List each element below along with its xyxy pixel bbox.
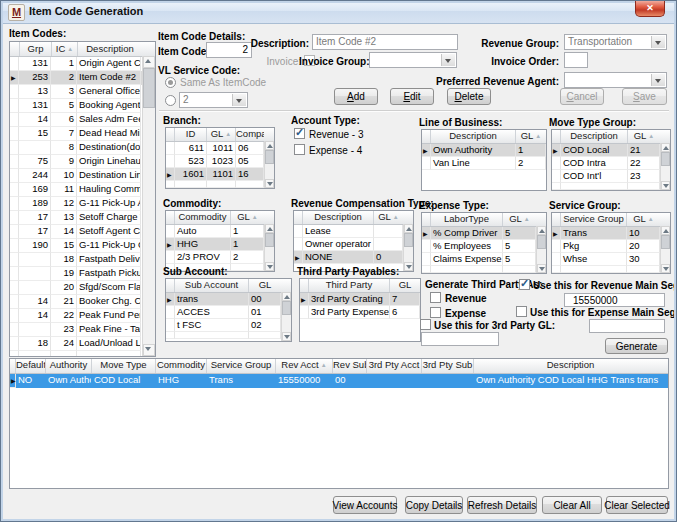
revenue-compensation-row[interactable]: Lease <box>294 225 413 238</box>
scroll-up-icon[interactable] <box>404 224 413 233</box>
revenue-compensation-row[interactable]: NONE 0 <box>294 251 413 264</box>
item-code-row[interactable]: 253 2 Item Code #2 <box>10 71 155 85</box>
dropdown-arrow-icon[interactable] <box>651 36 665 48</box>
move-type-group-row[interactable]: COD Int'l 23 <box>552 170 670 183</box>
scrollbar-thumb[interactable] <box>282 301 291 315</box>
title-bar[interactable]: M Item Code Generation <box>1 1 676 24</box>
refresh-details-button[interactable]: Refresh Details <box>467 496 537 514</box>
expense-type-scrollbar[interactable] <box>536 226 546 273</box>
branch-row[interactable]: 523 1023 05 <box>166 155 274 168</box>
column-header-description[interactable]: Description <box>561 130 628 143</box>
item-code-row[interactable]: 17 14 Setoff Agent Com <box>10 225 155 239</box>
item-code-row[interactable]: 17 13 Setoff Charge To <box>10 211 155 225</box>
column-header-move-type[interactable]: Move Type <box>92 359 156 373</box>
expense-type-row[interactable]: % Employees 5 <box>422 240 546 253</box>
item-code-row[interactable]: 14 6 Sales Adm Fee <box>10 113 155 127</box>
scrollbar-thumb[interactable] <box>404 233 413 247</box>
save-button[interactable]: Save <box>622 88 667 105</box>
commodity-row[interactable]: HHG 1 <box>166 238 274 251</box>
expense-4-checkbox[interactable] <box>294 144 305 155</box>
generate-revenue-checkbox[interactable] <box>430 292 441 303</box>
invoice-order-input[interactable] <box>564 52 588 68</box>
revenue-group-dropdown[interactable]: Transportation <box>564 34 667 50</box>
use-revenue-main-segment-checkbox[interactable] <box>519 279 530 290</box>
move-type-group-scrollbar[interactable] <box>660 143 670 190</box>
copy-details-button[interactable]: Copy Details <box>405 496 463 514</box>
expense-type-row[interactable]: Claims Expense 5 <box>422 253 546 266</box>
scroll-down-icon[interactable] <box>661 264 670 273</box>
move-type-group-row[interactable] <box>552 183 670 190</box>
column-header-gl[interactable]: GL <box>628 130 660 143</box>
column-header-labortype[interactable]: LaborType <box>431 213 503 226</box>
scrollbar-thumb[interactable] <box>265 150 274 164</box>
item-code-row[interactable]: 189 12 G-11 Pick-Up Ag <box>10 197 155 211</box>
sub-account-scrollbar[interactable] <box>281 292 291 341</box>
item-code-row[interactable]: 131 1 Origin Agent Com <box>10 57 155 71</box>
scroll-down-icon[interactable] <box>265 262 274 271</box>
column-header-description[interactable]: Description <box>303 211 374 224</box>
scroll-down-icon[interactable] <box>143 344 155 356</box>
column-header-commodity[interactable]: Commodity <box>156 359 207 373</box>
clear-all-button[interactable]: Clear All <box>542 496 602 514</box>
scrollbar-thumb[interactable] <box>265 233 274 247</box>
preferred-revenue-agent-dropdown[interactable] <box>564 72 667 88</box>
dropdown-arrow-icon[interactable] <box>232 94 246 106</box>
column-header-gl[interactable]: GL <box>231 211 264 224</box>
column-header-rev-acct[interactable]: Rev Acct <box>276 359 333 373</box>
description-input[interactable]: Item Code #2 <box>312 34 458 50</box>
scroll-down-icon[interactable] <box>537 264 546 273</box>
item-code-row[interactable]: 190 15 G-11 Pick-Up Ch <box>10 239 155 253</box>
item-code-row[interactable]: 14 21 Booker Chg. Cro <box>10 295 155 309</box>
commodity-scrollbar[interactable] <box>264 224 274 271</box>
vl-code-dropdown[interactable]: 2 <box>179 92 248 108</box>
item-code-row[interactable]: 169 11 Hauling Commis <box>10 183 155 197</box>
move-type-group-row[interactable]: COD Intra 22 <box>552 157 670 170</box>
scrollbar-thumb[interactable] <box>143 68 155 108</box>
view-accounts-button[interactable]: View Accounts <box>333 496 397 514</box>
third-party-row[interactable]: 3rd Party Expense 6 <box>300 306 420 319</box>
column-header-commodity[interactable]: Commodity <box>175 211 231 224</box>
line-of-business-row[interactable]: Van Line 2 <box>422 157 546 170</box>
scroll-down-icon[interactable] <box>265 179 274 188</box>
cancel-button[interactable]: Cancel <box>560 88 604 105</box>
generate-expense-checkbox[interactable] <box>430 307 441 318</box>
third-party-gl-input[interactable] <box>421 332 499 346</box>
item-code-row[interactable]: 18 24 Load/Unload Lea <box>10 337 155 351</box>
column-header-description[interactable]: Description <box>78 42 142 56</box>
column-header-third-party[interactable]: Third Party <box>309 279 390 292</box>
item-code-row[interactable]: 23 Peak Fine - Tag <box>10 323 155 337</box>
line-of-business-row[interactable]: Own Authority 1 <box>422 144 546 157</box>
column-header-authority[interactable]: Authority <box>46 359 92 373</box>
item-code-row[interactable]: 18 Fastpath Delivery <box>10 253 155 267</box>
scroll-up-icon[interactable] <box>661 143 670 152</box>
sub-account-row[interactable]: t FSC 02 <box>166 319 291 332</box>
expense-main-segment-input[interactable] <box>589 319 665 333</box>
scroll-down-icon[interactable] <box>282 332 291 341</box>
branch-row[interactable]: 611 1011 06 <box>166 142 274 155</box>
scroll-down-icon[interactable] <box>661 181 670 190</box>
column-header-ic[interactable]: IC <box>52 42 78 56</box>
branch-row[interactable] <box>166 181 274 188</box>
item-code-row[interactable]: 75 9 Origin Linehaul F <box>10 155 155 169</box>
revenue-compensation-scrollbar[interactable] <box>403 224 413 271</box>
service-group-row[interactable]: Whse 30 <box>552 253 670 266</box>
add-button[interactable]: Add <box>334 88 378 105</box>
expense-type-row[interactable]: % Comp Driver 5 <box>422 227 546 240</box>
result-row[interactable]: NO Own Authori COD Local HHG Trans 15550… <box>10 374 668 388</box>
use-expense-main-segment-checkbox[interactable] <box>516 306 527 317</box>
commodity-row[interactable]: Auto 1 <box>166 225 274 238</box>
item-code-row[interactable]: 19 Fastpath Pickup I <box>10 267 155 281</box>
service-group-row[interactable]: Trans 10 <box>552 227 670 240</box>
item-codes-scrollbar[interactable] <box>142 56 155 356</box>
same-as-itemcode-radio[interactable] <box>165 77 176 88</box>
generate-button[interactable]: Generate <box>605 338 668 354</box>
clear-selected-button[interactable]: Clear Selected <box>606 496 668 514</box>
revenue-compensation-row[interactable]: Owner operator <box>294 238 413 251</box>
close-icon[interactable]: ✕ <box>635 1 665 17</box>
scroll-up-icon[interactable] <box>282 292 291 301</box>
scrollbar-thumb[interactable] <box>661 235 670 249</box>
column-header-gl[interactable]: GL <box>390 279 420 292</box>
third-party-row[interactable]: 3rd Party Crating 7 <box>300 293 420 306</box>
column-header-grp[interactable]: Grp <box>20 42 52 56</box>
revenue-3-checkbox[interactable] <box>294 128 305 139</box>
